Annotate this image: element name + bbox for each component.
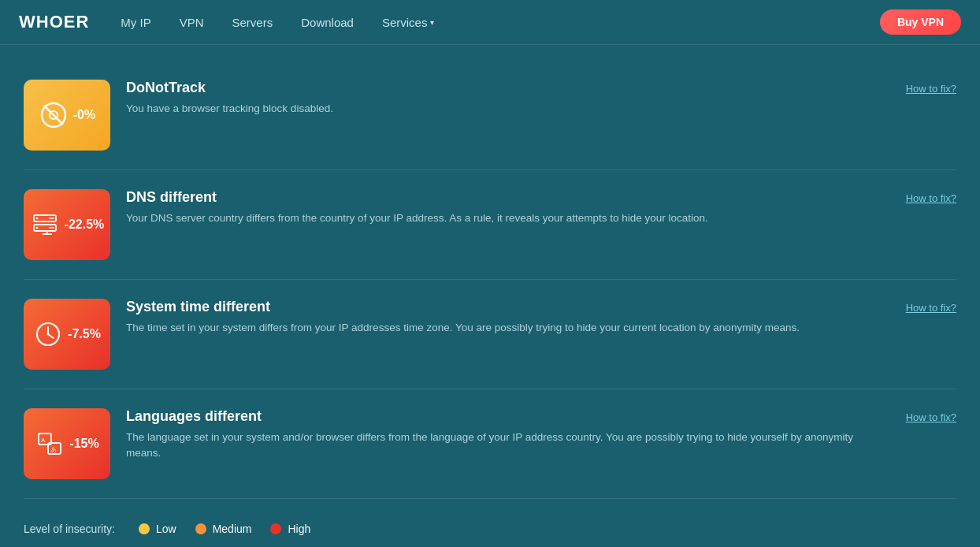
logo: WHOER [19, 12, 89, 32]
main-content: -0% DoNotTrack You have a browser tracki… [0, 45, 980, 547]
donottrack-howto-link[interactable]: How to fix? [906, 83, 956, 95]
card-donottrack: -0% DoNotTrack You have a browser tracki… [24, 61, 956, 170]
header: WHOER My IP VPN Servers Download Service… [0, 0, 980, 45]
card-lang-title: Languages different [126, 408, 941, 425]
dot-high [270, 523, 281, 534]
card-donottrack-desc: You have a browser tracking block disabl… [126, 101, 882, 117]
card-donottrack-title: DoNotTrack [126, 80, 941, 96]
nav-my-ip[interactable]: My IP [121, 16, 150, 29]
level-high-label: High [288, 523, 310, 535]
svg-line-2 [44, 106, 63, 125]
level-section: Level of insecurity: Low Medium High [24, 499, 956, 547]
card-lang-desc: The language set in your system and/or b… [126, 430, 882, 462]
donottrack-icon [39, 100, 69, 130]
dns-howto-link[interactable]: How to fix? [906, 192, 956, 204]
level-items: Low Medium High [139, 523, 310, 535]
lang-percent: -15% [69, 437, 98, 451]
card-lang-icon-box: A あ -15% [24, 408, 110, 479]
level-label: Level of insecurity: [24, 523, 115, 535]
dot-medium [195, 523, 206, 534]
level-low-label: Low [156, 523, 176, 535]
chevron-down-icon: ▾ [430, 18, 434, 27]
nav-vpn[interactable]: VPN [180, 16, 204, 29]
dns-percent: -22.5% [65, 218, 105, 232]
time-howto-link[interactable]: How to fix? [906, 302, 956, 314]
card-dns-content: DNS different Your DNS server country di… [110, 189, 956, 226]
card-lang-content: Languages different The language set in … [110, 408, 956, 462]
level-high: High [270, 523, 310, 535]
card-dns-icon-box: -22.5% [24, 189, 110, 260]
donottrack-percent: -0% [73, 108, 95, 122]
dot-low [139, 523, 150, 534]
svg-text:A: A [41, 437, 46, 444]
card-dns-different: -22.5% DNS different Your DNS server cou… [24, 170, 956, 280]
card-time-content: System time different The time set in yo… [110, 299, 956, 336]
level-medium: Medium [195, 523, 252, 535]
nav-download[interactable]: Download [301, 16, 354, 29]
dns-icon [30, 210, 60, 240]
lang-howto-link[interactable]: How to fix? [906, 411, 956, 423]
card-time-desc: The time set in your system differs from… [126, 320, 882, 336]
nav: My IP VPN Servers Download Services ▾ [121, 16, 880, 29]
clock-icon [33, 319, 63, 349]
card-donottrack-content: DoNotTrack You have a browser tracking b… [110, 80, 956, 117]
svg-point-14 [47, 333, 50, 336]
level-medium-label: Medium [213, 523, 252, 535]
card-dns-title: DNS different [126, 189, 941, 206]
card-time-title: System time different [126, 299, 941, 315]
card-time-icon-box: -7.5% [24, 299, 110, 370]
card-donottrack-icon-box: -0% [24, 80, 110, 151]
card-system-time: -7.5% System time different The time set… [24, 280, 956, 389]
language-icon: A あ [35, 429, 65, 459]
time-percent: -7.5% [68, 327, 101, 341]
level-low: Low [139, 523, 176, 535]
card-languages: A あ -15% Languages different The languag… [24, 389, 956, 499]
svg-text:あ: あ [50, 446, 57, 453]
nav-services[interactable]: Services ▾ [382, 16, 435, 29]
card-dns-desc: Your DNS server country differs from the… [126, 210, 882, 226]
buy-vpn-button[interactable]: Buy VPN [880, 9, 961, 35]
nav-servers[interactable]: Servers [232, 16, 273, 29]
